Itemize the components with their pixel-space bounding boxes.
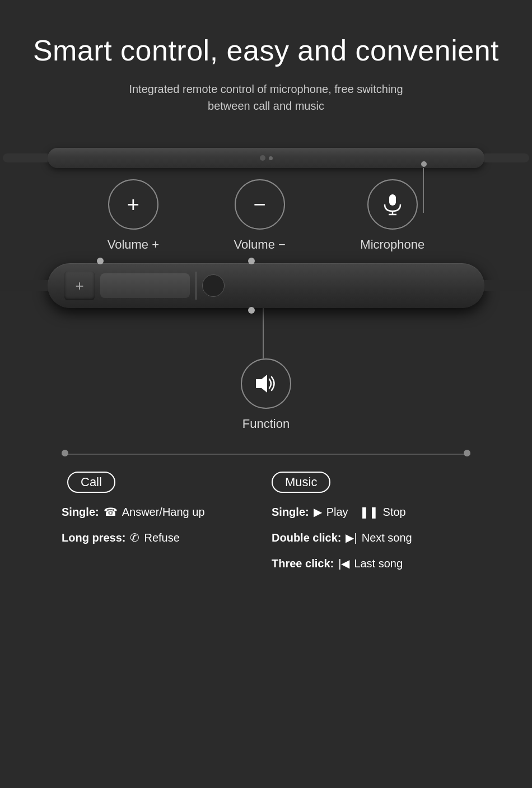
volume-plus-circle: +	[108, 179, 158, 230]
remote-main-section: +	[48, 263, 484, 308]
volume-minus-circle: −	[235, 179, 285, 230]
microphone-circle	[367, 179, 418, 230]
svg-rect-0	[389, 194, 396, 206]
microphone-label: Microphone	[360, 237, 424, 252]
diagram-wrapper: + Volume + − Volume −	[22, 148, 510, 581]
call-longpress-label: Long press:	[62, 530, 125, 545]
call-single-label: Single:	[62, 504, 99, 520]
pointer-dot-vol-minus	[248, 258, 255, 264]
call-badge: Call	[67, 472, 115, 493]
music-play-text: Play	[326, 504, 348, 520]
call-single-icon: ☎	[104, 504, 118, 520]
divider-line	[62, 454, 470, 455]
music-single-row: Single: ▶ Play ❚❚ Stop	[272, 504, 470, 520]
separator	[195, 272, 197, 300]
pointer-dot-vol-plus	[97, 258, 104, 264]
volume-plus-group: + Volume +	[108, 179, 159, 252]
call-longpress-icon: ✆	[130, 530, 139, 545]
music-stop-text: Stop	[383, 504, 406, 520]
music-info-col: Single: ▶ Play ❚❚ Stop Double click: ▶| …	[272, 504, 470, 581]
plus-button[interactable]: +	[64, 271, 95, 300]
cable-dot-1	[260, 155, 265, 161]
page-wrapper: Smart control, easy and convenient Integ…	[0, 0, 532, 788]
volume-minus-symbol: −	[254, 193, 266, 217]
top-cable-bar	[48, 148, 484, 168]
music-three-label: Three click:	[272, 556, 334, 571]
subtitle: Integrated remote control of microphone,…	[129, 81, 403, 114]
volume-plus-label: Volume +	[108, 237, 159, 252]
function-circle	[241, 358, 291, 409]
circle-button[interactable]	[202, 274, 225, 297]
music-next-icon: ▶|	[346, 530, 357, 545]
call-longpress-row: Long press: ✆ Refuse	[62, 530, 260, 545]
info-columns: Single: ☎ Answer/Hang up Long press: ✆ R…	[62, 504, 470, 581]
music-stop-icon: ❚❚	[360, 504, 379, 520]
music-badge-container: Music	[266, 472, 470, 493]
volume-minus-group: − Volume −	[234, 179, 286, 252]
call-info-col: Single: ☎ Answer/Hang up Long press: ✆ R…	[62, 504, 260, 556]
pointer-dot-function	[248, 307, 255, 314]
function-label: Function	[242, 417, 290, 431]
music-prev-text: Last song	[354, 556, 403, 571]
music-prev-icon: |◀	[338, 556, 349, 571]
divider-line-body	[68, 454, 464, 455]
divider-right-dot	[464, 450, 470, 456]
badges-row: Call Music	[62, 472, 470, 493]
speaker-icon	[253, 371, 279, 396]
music-single-label: Single:	[272, 504, 309, 520]
music-play-icon: ▶	[314, 504, 322, 520]
slider[interactable]	[100, 273, 190, 298]
remote-body: +	[48, 263, 484, 308]
divider-left-dot	[62, 450, 68, 456]
cable-dot-top	[421, 161, 427, 167]
volume-minus-label: Volume −	[234, 237, 286, 252]
call-single-text: Answer/Hang up	[122, 504, 205, 520]
music-badge: Music	[272, 472, 330, 493]
microphone-icon	[380, 192, 405, 217]
icons-row: + Volume + − Volume −	[48, 168, 484, 263]
music-double-row: Double click: ▶| Next song	[272, 530, 470, 545]
microphone-group: Microphone	[360, 179, 424, 252]
cable-dot-2	[269, 156, 273, 160]
call-single-row: Single: ☎ Answer/Hang up	[62, 504, 260, 520]
svg-marker-3	[256, 375, 267, 393]
top-cable-section	[48, 148, 484, 168]
vert-connector-bottom	[263, 308, 264, 358]
music-next-text: Next song	[362, 530, 412, 545]
music-three-row: Three click: |◀ Last song	[272, 556, 470, 571]
call-longpress-text: Refuse	[144, 530, 179, 545]
call-badge-container: Call	[62, 472, 266, 493]
main-title: Smart control, easy and convenient	[33, 34, 499, 67]
function-group: Function	[241, 358, 291, 431]
music-double-label: Double click:	[272, 530, 341, 545]
volume-plus-symbol: +	[127, 193, 139, 217]
